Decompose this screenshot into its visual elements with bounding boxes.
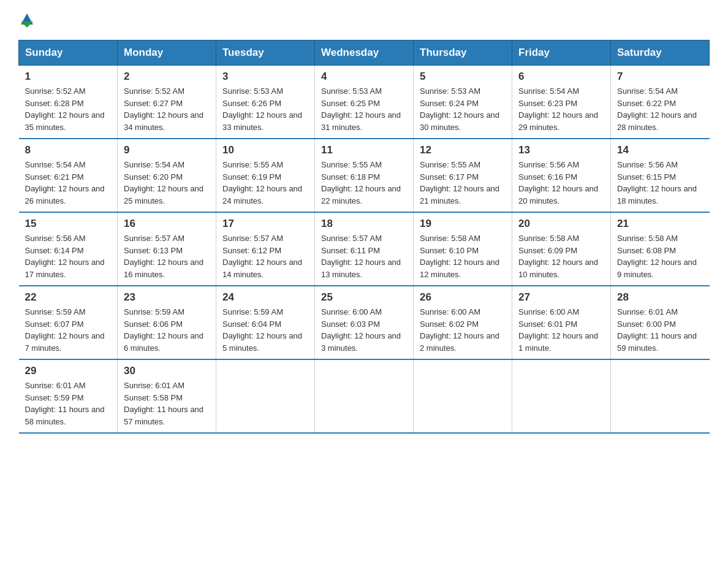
day-number: 3: [222, 71, 308, 83]
calendar-cell: 14 Sunrise: 5:56 AMSunset: 6:15 PMDaylig…: [611, 139, 710, 212]
day-number: 11: [321, 144, 407, 156]
day-number: 1: [25, 71, 112, 83]
calendar-cell: 29 Sunrise: 6:01 AMSunset: 5:59 PMDaylig…: [19, 359, 118, 433]
day-info: Sunrise: 5:52 AMSunset: 6:28 PMDaylight:…: [25, 85, 112, 133]
day-info: Sunrise: 6:01 AMSunset: 6:00 PMDaylight:…: [617, 306, 703, 354]
day-info: Sunrise: 5:53 AMSunset: 6:26 PMDaylight:…: [222, 85, 308, 133]
day-info: Sunrise: 6:00 AMSunset: 6:02 PMDaylight:…: [420, 306, 506, 354]
day-info: Sunrise: 5:55 AMSunset: 6:18 PMDaylight:…: [321, 159, 407, 207]
day-number: 25: [321, 291, 407, 304]
calendar-cell: 24 Sunrise: 5:59 AMSunset: 6:04 PMDaylig…: [216, 286, 315, 359]
calendar-cell: 6 Sunrise: 5:54 AMSunset: 6:23 PMDayligh…: [512, 66, 611, 139]
day-number: 10: [222, 144, 308, 156]
day-info: Sunrise: 5:58 AMSunset: 6:09 PMDaylight:…: [518, 232, 604, 280]
day-number: 21: [617, 218, 703, 230]
day-number: 20: [518, 218, 604, 230]
calendar-cell: 13 Sunrise: 5:56 AMSunset: 6:16 PMDaylig…: [512, 139, 611, 212]
day-info: Sunrise: 5:57 AMSunset: 6:13 PMDaylight:…: [124, 232, 210, 280]
weekday-header-sunday: Sunday: [19, 40, 118, 66]
weekday-header-friday: Friday: [512, 40, 611, 66]
day-number: 19: [420, 218, 506, 230]
calendar-cell: 19 Sunrise: 5:58 AMSunset: 6:10 PMDaylig…: [414, 212, 512, 286]
calendar-cell: [216, 359, 315, 433]
day-number: 18: [321, 218, 407, 230]
day-info: Sunrise: 5:59 AMSunset: 6:06 PMDaylight:…: [124, 306, 210, 354]
day-info: Sunrise: 6:00 AMSunset: 6:01 PMDaylight:…: [518, 306, 604, 354]
weekday-header-monday: Monday: [118, 40, 216, 66]
calendar-cell: 18 Sunrise: 5:57 AMSunset: 6:11 PMDaylig…: [315, 212, 414, 286]
day-number: 15: [25, 218, 112, 230]
calendar-cell: 12 Sunrise: 5:55 AMSunset: 6:17 PMDaylig…: [414, 139, 512, 212]
calendar-cell: 17 Sunrise: 5:57 AMSunset: 6:12 PMDaylig…: [216, 212, 315, 286]
calendar-cell: 20 Sunrise: 5:58 AMSunset: 6:09 PMDaylig…: [512, 212, 611, 286]
weekday-header-row: SundayMondayTuesdayWednesdayThursdayFrid…: [19, 40, 710, 66]
calendar-cell: 8 Sunrise: 5:54 AMSunset: 6:21 PMDayligh…: [19, 139, 118, 212]
day-number: 23: [124, 291, 210, 304]
calendar-cell: 7 Sunrise: 5:54 AMSunset: 6:22 PMDayligh…: [611, 66, 710, 139]
calendar-cell: [414, 359, 512, 433]
day-info: Sunrise: 5:58 AMSunset: 6:10 PMDaylight:…: [420, 232, 506, 280]
day-number: 26: [420, 291, 506, 304]
calendar-cell: 25 Sunrise: 6:00 AMSunset: 6:03 PMDaylig…: [315, 286, 414, 359]
weekday-header-tuesday: Tuesday: [216, 40, 315, 66]
day-number: 9: [124, 144, 210, 156]
day-info: Sunrise: 5:59 AMSunset: 6:04 PMDaylight:…: [222, 306, 308, 354]
day-number: 28: [617, 291, 703, 304]
calendar-cell: 9 Sunrise: 5:54 AMSunset: 6:20 PMDayligh…: [118, 139, 216, 212]
calendar-cell: [512, 359, 611, 433]
day-info: Sunrise: 5:56 AMSunset: 6:15 PMDaylight:…: [617, 159, 703, 207]
day-number: 2: [124, 71, 210, 83]
calendar-cell: 4 Sunrise: 5:53 AMSunset: 6:25 PMDayligh…: [315, 66, 414, 139]
calendar-week-row: 29 Sunrise: 6:01 AMSunset: 5:59 PMDaylig…: [19, 359, 710, 433]
weekday-header-saturday: Saturday: [611, 40, 710, 66]
calendar-cell: 1 Sunrise: 5:52 AMSunset: 6:28 PMDayligh…: [19, 66, 118, 139]
calendar-week-row: 1 Sunrise: 5:52 AMSunset: 6:28 PMDayligh…: [19, 66, 710, 139]
calendar-table: SundayMondayTuesdayWednesdayThursdayFrid…: [18, 40, 710, 434]
day-info: Sunrise: 5:55 AMSunset: 6:17 PMDaylight:…: [420, 159, 506, 207]
day-info: Sunrise: 5:58 AMSunset: 6:08 PMDaylight:…: [617, 232, 703, 280]
calendar-cell: 30 Sunrise: 6:01 AMSunset: 5:58 PMDaylig…: [118, 359, 216, 433]
day-info: Sunrise: 5:53 AMSunset: 6:24 PMDaylight:…: [420, 85, 506, 133]
calendar-cell: [315, 359, 414, 433]
calendar-cell: 11 Sunrise: 5:55 AMSunset: 6:18 PMDaylig…: [315, 139, 414, 212]
day-info: Sunrise: 5:54 AMSunset: 6:21 PMDaylight:…: [25, 159, 112, 207]
day-info: Sunrise: 5:59 AMSunset: 6:07 PMDaylight:…: [25, 306, 112, 354]
day-info: Sunrise: 6:00 AMSunset: 6:03 PMDaylight:…: [321, 306, 407, 354]
day-info: Sunrise: 5:56 AMSunset: 6:16 PMDaylight:…: [518, 159, 604, 207]
day-number: 22: [25, 291, 112, 304]
day-number: 14: [617, 144, 703, 156]
logo: [18, 12, 33, 28]
day-number: 27: [518, 291, 604, 304]
day-info: Sunrise: 5:53 AMSunset: 6:25 PMDaylight:…: [321, 85, 407, 133]
page-header: [18, 12, 710, 28]
day-info: Sunrise: 6:01 AMSunset: 5:59 PMDaylight:…: [25, 380, 112, 427]
day-info: Sunrise: 5:56 AMSunset: 6:14 PMDaylight:…: [25, 232, 112, 280]
calendar-cell: 10 Sunrise: 5:55 AMSunset: 6:19 PMDaylig…: [216, 139, 315, 212]
calendar-week-row: 8 Sunrise: 5:54 AMSunset: 6:21 PMDayligh…: [19, 139, 710, 212]
day-number: 16: [124, 218, 210, 230]
day-info: Sunrise: 5:52 AMSunset: 6:27 PMDaylight:…: [124, 85, 210, 133]
day-number: 4: [321, 71, 407, 83]
day-number: 12: [420, 144, 506, 156]
calendar-cell: 15 Sunrise: 5:56 AMSunset: 6:14 PMDaylig…: [19, 212, 118, 286]
calendar-cell: 27 Sunrise: 6:00 AMSunset: 6:01 PMDaylig…: [512, 286, 611, 359]
calendar-week-row: 22 Sunrise: 5:59 AMSunset: 6:07 PMDaylig…: [19, 286, 710, 359]
day-info: Sunrise: 5:57 AMSunset: 6:12 PMDaylight:…: [222, 232, 308, 280]
calendar-cell: 23 Sunrise: 5:59 AMSunset: 6:06 PMDaylig…: [118, 286, 216, 359]
day-number: 8: [25, 144, 112, 156]
day-number: 13: [518, 144, 604, 156]
weekday-header-wednesday: Wednesday: [315, 40, 414, 66]
day-info: Sunrise: 5:54 AMSunset: 6:22 PMDaylight:…: [617, 85, 703, 133]
day-info: Sunrise: 6:01 AMSunset: 5:58 PMDaylight:…: [124, 380, 210, 427]
calendar-cell: 3 Sunrise: 5:53 AMSunset: 6:26 PMDayligh…: [216, 66, 315, 139]
day-number: 17: [222, 218, 308, 230]
calendar-cell: 28 Sunrise: 6:01 AMSunset: 6:00 PMDaylig…: [611, 286, 710, 359]
calendar-cell: 2 Sunrise: 5:52 AMSunset: 6:27 PMDayligh…: [118, 66, 216, 139]
weekday-header-thursday: Thursday: [414, 40, 512, 66]
calendar-cell: [611, 359, 710, 433]
day-number: 30: [124, 365, 210, 377]
calendar-cell: 5 Sunrise: 5:53 AMSunset: 6:24 PMDayligh…: [414, 66, 512, 139]
day-info: Sunrise: 5:54 AMSunset: 6:20 PMDaylight:…: [124, 159, 210, 207]
calendar-cell: 22 Sunrise: 5:59 AMSunset: 6:07 PMDaylig…: [19, 286, 118, 359]
day-number: 6: [518, 71, 604, 83]
